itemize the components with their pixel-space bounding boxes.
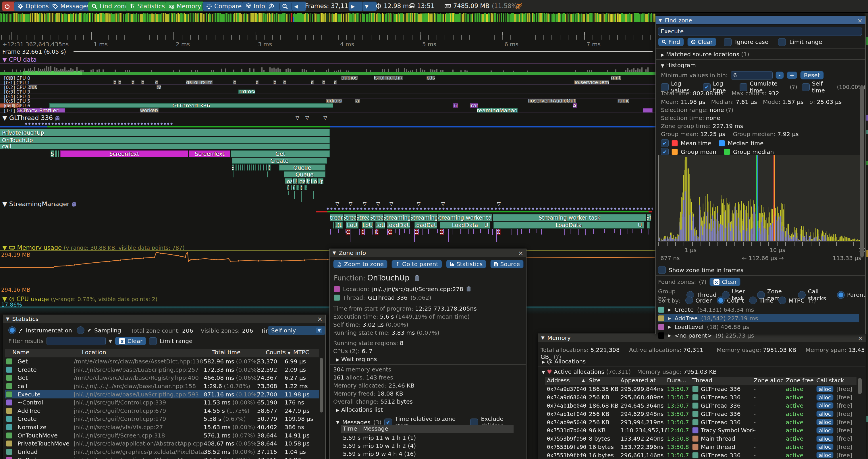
stats-scrollbar[interactable] — [320, 358, 323, 413]
timeline-zone[interactable] — [263, 164, 264, 170]
timeline-zone[interactable]: Streaming — [384, 214, 410, 221]
zone-function-name[interactable]: OnTouchUp — [367, 273, 410, 282]
timeline-zone[interactable] — [251, 164, 252, 170]
alloc-button[interactable]: alloc — [816, 427, 834, 434]
timeline-zone[interactable]: Strea — [343, 214, 356, 221]
cpu-timeline-zone[interactable]: c — [334, 80, 337, 85]
cpu-timeline-zone[interactable]: StreamingManager — [477, 108, 518, 112]
timeline-zone[interactable]: LoadDaU — [414, 222, 437, 229]
timeline-zone[interactable] — [291, 185, 292, 190]
col-call-stack[interactable]: Call stack — [816, 377, 844, 384]
cpu-timeline-zone[interactable]: c — [131, 80, 134, 85]
timeline-zone[interactable]: LoadDataU — [493, 222, 644, 229]
zoom-to-zone-button[interactable]: Zoom to zone — [333, 260, 388, 268]
found-zone-row[interactable]: ▶Create(54,131) 643.34 ms — [658, 306, 859, 314]
col-counts[interactable]: Counts — [266, 349, 286, 356]
col-address[interactable]: Address — [547, 377, 570, 384]
stats-table-row[interactable]: Get/mnt/e/claw/src/claw/base/AssetDict.h… — [5, 357, 319, 366]
sort-by-radio[interactable] — [717, 297, 725, 304]
messages-button[interactable]: Messages — [49, 1, 94, 11]
expand-icon[interactable]: ▶ — [668, 324, 671, 330]
timeline-zone[interactable] — [255, 164, 256, 170]
alloc-button[interactable]: alloc — [816, 444, 834, 450]
stats-table-row[interactable]: Createjni/../jni/src/guif/Control.cpp:17… — [5, 415, 319, 423]
mode-sampling-radio[interactable]: Sampling — [77, 326, 121, 334]
timeline-zone[interactable]: S — [51, 151, 54, 157]
find-zone-search-input[interactable]: Execute — [658, 27, 862, 36]
cpu-timeline-zone[interactable]: kw — [157, 85, 161, 89]
stats-table-row[interactable]: OnRedrawjni/../jni/src/claw/application/… — [5, 456, 319, 459]
timeline-zone[interactable]: U — [293, 178, 297, 184]
timeline-zone[interactable] — [260, 164, 261, 170]
histogram-toggle[interactable]: ▼ Histogram — [661, 62, 696, 69]
timeline-zone[interactable]: LoadDataU — [440, 222, 490, 229]
allocations-list-toggle[interactable]: ▶ Allocations list — [336, 406, 383, 413]
cpu-timeline-zone[interactable]: cds_ol_rx_threa — [374, 76, 403, 80]
frame-marker-icon[interactable]: ▽ — [336, 201, 339, 207]
timeline-zone[interactable]: ScreenText — [60, 151, 188, 157]
timeline-zone[interactable]: Loa — [298, 178, 305, 184]
zone-message-row[interactable]: 5.59 smip 9 w 4 h 4 (16) — [341, 450, 514, 458]
memory-scrollbar[interactable] — [858, 378, 862, 394]
stats-table-row[interactable]: Get/mnt/e/claw/src/claw/base/Registry.hp… — [5, 374, 319, 382]
sort-by-time[interactable]: Time — [749, 297, 773, 304]
cpu-timeline-zone[interactable]: audio — [618, 99, 629, 103]
timeline-zone[interactable] — [58, 151, 59, 157]
timing-select[interactable]: Self only▼ — [268, 326, 326, 335]
find-button[interactable]: Find — [658, 38, 684, 46]
frame-marker-icon[interactable]: ▽ — [323, 115, 327, 121]
col-size[interactable]: Size — [589, 377, 600, 384]
cpu-timeline-zone[interactable]: audio.service (effect) — [574, 80, 609, 85]
cpu-timeline-zone[interactable]: c — [273, 80, 276, 85]
source-button[interactable]: Source — [490, 260, 524, 268]
cpu-timeline-zone[interactable]: c — [311, 80, 314, 85]
frame-separator-label[interactable]: Frame 32,661 (6.05 s) — [2, 48, 66, 55]
timeline-zone[interactable]: Streaming worker tas — [438, 214, 492, 221]
cpu-timeline-zone[interactable]: c — [141, 80, 144, 85]
group-by-radio[interactable] — [837, 291, 845, 299]
free-link[interactable]: [free] — [836, 419, 852, 426]
col-location[interactable]: Location — [82, 349, 106, 356]
timeline-zone[interactable]: Streaming — [410, 214, 437, 221]
allocations-toggle[interactable]: ▶ @ Allocations — [542, 358, 586, 365]
col-zone-free[interactable]: Zone free — [786, 377, 814, 384]
bin-plus-button[interactable]: + — [787, 71, 797, 79]
cpu-timeline-zone[interactable]: audios — [341, 76, 358, 80]
close-icon[interactable]: × — [857, 17, 863, 24]
timeline-zone[interactable]: Up — [306, 178, 310, 184]
frame-marker-icon[interactable]: ▽ — [376, 201, 380, 207]
ignore-case-checkbox[interactable] — [724, 38, 732, 46]
frames-overview-heatmap[interactable] — [0, 13, 655, 22]
compare-button[interactable]: Compare — [203, 1, 245, 11]
timeline-zone[interactable]: |- — [305, 185, 307, 190]
cpu-timeline-zone[interactable]: mi:t — [611, 76, 621, 80]
collapse-icon[interactable]: ▼ — [333, 250, 336, 256]
alloc-button[interactable]: alloc — [816, 419, 834, 425]
info-button[interactable]: Info — [242, 1, 269, 11]
memory-usage-plot[interactable] — [0, 251, 655, 294]
timeline-zone[interactable]: call — [0, 143, 330, 149]
alloc-button[interactable]: alloc — [816, 394, 834, 401]
active-allocations-toggle[interactable]: ▼ ♥ Active allocations (70,311) Memory u… — [542, 368, 717, 375]
timeline-zone[interactable]: |- — [297, 185, 299, 190]
timeline-zone[interactable]: OnTouchUp — [0, 137, 330, 143]
collapse-icon[interactable]: ▼ — [541, 335, 545, 340]
statistics-titlebar[interactable]: ▼ Statistics × — [3, 315, 326, 323]
timeline-zone[interactable] — [240, 164, 241, 170]
close-icon[interactable]: × — [518, 250, 523, 257]
timeline-zone[interactable] — [647, 222, 650, 229]
memory-alloc-row[interactable]: 0x74a9d68040256 KB295,668,489ns13:50.7GL… — [545, 393, 857, 402]
memory-alloc-row[interactable]: 0x7553b9fa9016 bytes153,722,396ns13:50.8… — [545, 443, 857, 451]
stats-table-row[interactable]: AddTreejni/../jni/src/guif/Control.cpp:6… — [5, 407, 319, 415]
find-zone-titlebar[interactable]: ▼ Find zone × — [656, 17, 865, 25]
expand-icon[interactable]: ▶ — [668, 307, 671, 312]
stats-table-row[interactable]: OnTouchMovejni/../jni/src/guif/Screen.cp… — [5, 431, 319, 439]
col-name[interactable]: Name — [12, 349, 29, 356]
cpu-timeline-zone[interactable]: audio.se — [326, 99, 342, 103]
timeline-zone[interactable]: ( — [287, 185, 289, 190]
found-zone-row[interactable]: ▶LoadLevel(18) 406.88 µs — [658, 323, 859, 331]
tools-button[interactable] — [266, 1, 281, 11]
free-link[interactable]: [free] — [836, 452, 852, 459]
clipboard-icon[interactable] — [466, 286, 471, 292]
free-link[interactable]: [free] — [836, 427, 852, 434]
